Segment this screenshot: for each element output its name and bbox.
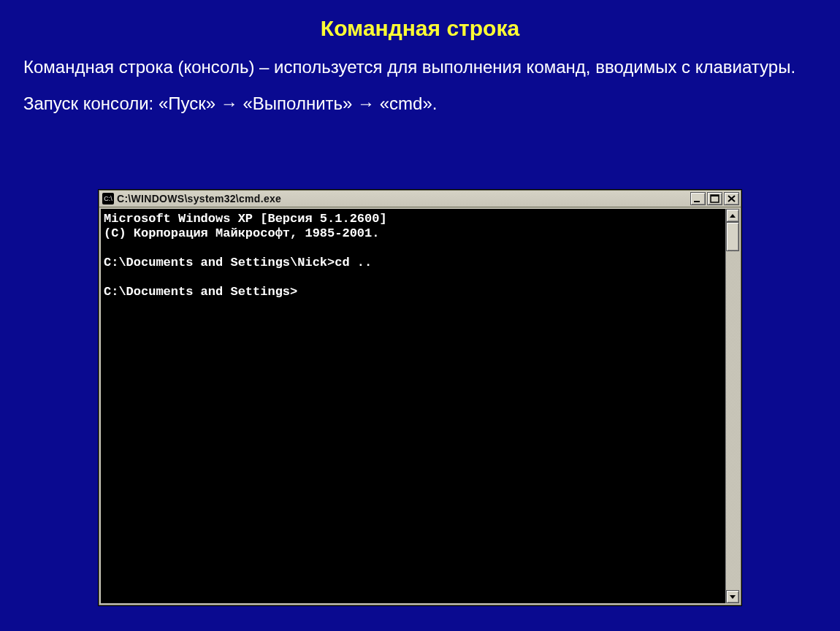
- maximize-icon: [708, 193, 722, 204]
- cmd-icon-text: C:\: [104, 195, 112, 202]
- slide-paragraph-1: Командная строка (консоль) – используетс…: [0, 56, 840, 79]
- svg-rect-0: [694, 201, 700, 202]
- scroll-track[interactable]: [726, 251, 739, 590]
- chevron-down-icon: [730, 595, 736, 599]
- cmd-titlebar[interactable]: C:\ C:\WINDOWS\system32\cmd.exe: [99, 190, 741, 207]
- minimize-button[interactable]: [690, 192, 706, 205]
- cmd-icon: C:\: [102, 193, 114, 204]
- slide-title: Командная строка: [0, 0, 840, 41]
- chevron-up-icon: [730, 214, 736, 218]
- scroll-up-button[interactable]: [726, 209, 739, 222]
- cmd-scrollbar[interactable]: [725, 209, 739, 603]
- cmd-window-title: C:\WINDOWS\system32\cmd.exe: [117, 193, 689, 204]
- close-button[interactable]: [724, 192, 739, 205]
- cmd-output[interactable]: Microsoft Windows XP [Версия 5.1.2600] (…: [101, 209, 725, 603]
- svg-rect-2: [711, 195, 719, 196]
- scroll-thumb[interactable]: [726, 222, 739, 251]
- cmd-frame: Microsoft Windows XP [Версия 5.1.2600] (…: [99, 207, 741, 605]
- slide: Командная строка Командная строка (консо…: [0, 0, 840, 631]
- slide-paragraph-2: Запуск консоли: «Пуск» → «Выполнить» → «…: [0, 92, 840, 115]
- close-icon: [725, 193, 738, 204]
- minimize-icon: [691, 193, 705, 204]
- scroll-down-button[interactable]: [726, 590, 739, 603]
- cmd-window: C:\ C:\WINDOWS\system32\cmd.exe: [99, 190, 741, 605]
- maximize-button[interactable]: [707, 192, 722, 205]
